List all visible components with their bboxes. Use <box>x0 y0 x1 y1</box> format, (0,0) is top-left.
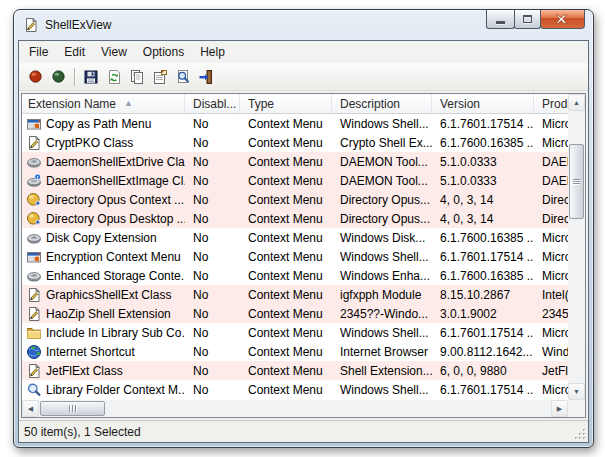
copy-button[interactable] <box>125 65 148 88</box>
extension-name-label: CryptPKO Class <box>46 136 133 150</box>
maximize-icon <box>523 15 532 23</box>
scroll-left-arrow[interactable]: ◀ <box>22 400 39 417</box>
table-row[interactable]: Encryption Context MenuNoContext MenuWin… <box>22 247 568 266</box>
menu-bar: FileEditViewOptionsHelp <box>19 41 588 63</box>
horizontal-scrollbar[interactable]: ◀ ▶ <box>22 400 568 417</box>
cell-name: Enhanced Storage Conte... <box>22 266 185 285</box>
disable-selected-button[interactable] <box>24 65 47 88</box>
cell-type: Context Menu <box>240 361 332 380</box>
cell-description: Windows Disk... <box>332 228 432 247</box>
table-row[interactable]: DaemonShellExtDrive Cla...NoContext Menu… <box>22 152 568 171</box>
refresh-icon <box>106 69 122 85</box>
table-row[interactable]: Enhanced Storage Conte...NoContext MenuW… <box>22 266 568 285</box>
table-row[interactable]: JetFlExt ClassNoContext MenuShell Extens… <box>22 361 568 380</box>
vertical-scroll-thumb[interactable] <box>569 144 584 219</box>
table-row[interactable]: Directory Opus Desktop ...NoContext Menu… <box>22 209 568 228</box>
column-header-version[interactable]: Version <box>432 94 534 113</box>
title-bar[interactable]: ShellExView <box>14 10 593 40</box>
table-row[interactable]: GraphicsShellExt ClassNoContext Menuigfx… <box>22 285 568 304</box>
cell-disabled: No <box>185 323 240 342</box>
cell-disabled: No <box>185 228 240 247</box>
minimize-button[interactable] <box>486 10 515 29</box>
maximize-button[interactable] <box>514 10 541 29</box>
exit-button[interactable] <box>194 65 217 88</box>
menu-item-edit[interactable]: Edit <box>56 42 93 62</box>
scroll-up-arrow[interactable]: ▲ <box>568 94 585 111</box>
window-title: ShellExView <box>45 18 111 32</box>
properties-icon <box>152 69 168 85</box>
resize-grip[interactable] <box>573 427 587 441</box>
cell-name: Disk Copy Extension <box>22 228 185 247</box>
scroll-down-arrow[interactable]: ▼ <box>568 383 585 400</box>
cell-version: 9.00.8112.1642... <box>432 342 534 361</box>
cell-description: Windows Shell... <box>332 247 432 266</box>
extension-name-label: Copy as Path Menu <box>46 117 151 131</box>
cell-version: 6.1.7600.16385 ... <box>432 133 534 152</box>
extension-name-label: Encryption Context Menu <box>46 250 181 264</box>
menu-item-view[interactable]: View <box>93 42 135 62</box>
opus-icon <box>26 211 42 227</box>
save-button[interactable] <box>79 65 102 88</box>
column-header-extension-name[interactable]: Extension Name▲ <box>22 94 185 113</box>
table-row[interactable]: Include In Library Sub Co...NoContext Me… <box>22 323 568 342</box>
cell-description: 2345??-Windo... <box>332 304 432 323</box>
horizontal-scroll-thumb[interactable] <box>40 401 105 416</box>
table-row[interactable]: DaemonShellExtImage Cl...NoContext MenuD… <box>22 171 568 190</box>
cell-name: GraphicsShellExt Class <box>22 285 185 304</box>
drive-icon <box>26 230 42 246</box>
app-icon[interactable] <box>23 17 39 33</box>
cell-disabled: No <box>185 361 240 380</box>
cell-version: 8.15.10.2867 <box>432 285 534 304</box>
extension-name-label: DaemonShellExtDrive Cla... <box>46 155 185 169</box>
app-window: ShellExView FileEditViewOptionsHelp Exte… <box>13 9 594 448</box>
cell-description: Directory Opus... <box>332 209 432 228</box>
cell-product: Direc <box>534 190 568 209</box>
menu-item-options[interactable]: Options <box>135 42 192 62</box>
cell-description: Shell Extension... <box>332 361 432 380</box>
table-row[interactable]: Internet ShortcutNoContext MenuInternet … <box>22 342 568 361</box>
cell-version: 5.1.0.0333 <box>432 171 534 190</box>
extension-name-label: JetFlExt Class <box>46 364 123 378</box>
table-row[interactable]: Library Folder Context M...NoContext Men… <box>22 380 568 399</box>
table-row[interactable]: Copy as Path MenuNoContext MenuWindows S… <box>22 114 568 133</box>
cell-description: Windows Shell... <box>332 114 432 133</box>
drive-info-icon <box>26 173 42 189</box>
cell-name: Include In Library Sub Co... <box>22 323 185 342</box>
cell-description: Windows Shell... <box>332 323 432 342</box>
list-body: Copy as Path MenuNoContext MenuWindows S… <box>22 114 568 400</box>
scroll-right-arrow[interactable]: ▶ <box>551 400 568 417</box>
find-button[interactable] <box>171 65 194 88</box>
refresh-button[interactable] <box>102 65 125 88</box>
table-row[interactable]: HaoZip Shell ExtensionNoContext Menu2345… <box>22 304 568 323</box>
extension-name-label: Include In Library Sub Co... <box>46 326 185 340</box>
cell-description: igfxpph Module <box>332 285 432 304</box>
enable-selected-button[interactable] <box>47 65 70 88</box>
table-row[interactable]: CryptPKO ClassNoContext MenuCrypto Shell… <box>22 133 568 152</box>
exit-icon <box>198 69 214 85</box>
menu-item-help[interactable]: Help <box>192 42 233 62</box>
extension-name-label: DaemonShellExtImage Cl... <box>46 174 185 188</box>
close-button[interactable] <box>540 10 585 29</box>
menu-item-file[interactable]: File <box>21 42 56 62</box>
cell-name: Internet Shortcut <box>22 342 185 361</box>
column-header-disabl[interactable]: Disabl... <box>185 94 240 113</box>
column-header-produ[interactable]: Produ <box>534 94 568 113</box>
cell-product: Micro <box>534 266 568 285</box>
globe-icon <box>26 344 42 360</box>
cell-product: Micro <box>534 323 568 342</box>
cell-version: 4, 0, 3, 14 <box>432 209 534 228</box>
column-header-label: Version <box>440 97 480 111</box>
vertical-scrollbar[interactable]: ▲ ▼ <box>568 94 585 400</box>
column-header-type[interactable]: Type <box>240 94 332 113</box>
cell-version: 6.1.7600.16385 ... <box>432 266 534 285</box>
cell-name: DaemonShellExtImage Cl... <box>22 171 185 190</box>
cell-description: Directory Opus... <box>332 190 432 209</box>
properties-button[interactable] <box>148 65 171 88</box>
column-header-description[interactable]: Description <box>332 94 432 113</box>
table-row[interactable]: Directory Opus Context ...NoContext Menu… <box>22 190 568 209</box>
cell-type: Context Menu <box>240 266 332 285</box>
cell-disabled: No <box>185 114 240 133</box>
table-row[interactable]: Disk Copy ExtensionNoContext MenuWindows… <box>22 228 568 247</box>
window-icon <box>26 116 42 132</box>
cell-version: 6, 0, 0, 9880 <box>432 361 534 380</box>
